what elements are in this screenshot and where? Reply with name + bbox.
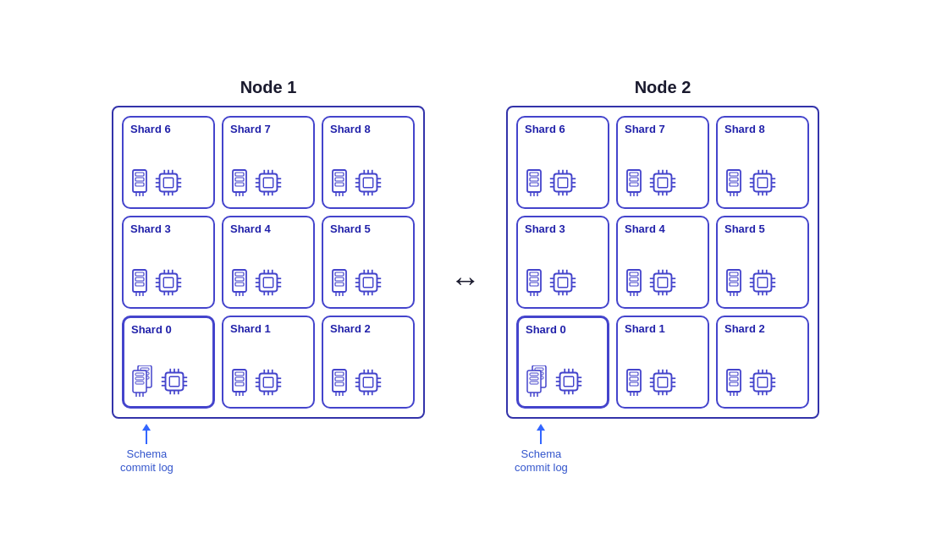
diagram: Node 1 Shard 6 Shard 7 xyxy=(112,78,819,483)
node2-title: Node 2 xyxy=(635,78,691,97)
svg-rect-301 xyxy=(730,283,738,286)
chip-icon-node1-grid-1 xyxy=(252,167,284,202)
node2-container: Node 2 Shard 6 Shard 7 xyxy=(506,78,819,483)
svg-rect-175 xyxy=(335,382,344,386)
svg-rect-306 xyxy=(757,277,767,287)
memory-icon-node1-grid-5 xyxy=(330,268,349,300)
svg-rect-23 xyxy=(235,178,244,181)
svg-rect-152 xyxy=(235,372,244,376)
svg-rect-49 xyxy=(360,173,377,191)
memory-icon-node2-grid-8 xyxy=(724,368,743,400)
memory-icon-node1-grid-1 xyxy=(230,168,249,200)
svg-rect-92 xyxy=(263,277,273,287)
chip-icon-node1-grid-5 xyxy=(352,266,384,302)
memory-icon-node2-grid-6 xyxy=(526,365,549,401)
shard-label-node1-grid-7: Shard 1 xyxy=(230,322,271,335)
shard-label-node1-grid-8: Shard 2 xyxy=(330,322,371,335)
node2-grid: Shard 6 Shard 7 xyxy=(516,116,809,409)
svg-rect-173 xyxy=(335,372,344,376)
svg-rect-279 xyxy=(630,277,638,281)
shard-label-node1-grid-4: Shard 4 xyxy=(230,222,271,235)
node1-annotation-area: Schemacommit log xyxy=(112,424,425,483)
svg-rect-347 xyxy=(630,382,638,386)
svg-rect-86 xyxy=(235,277,244,281)
node1-annotation-text: Schemacommit log xyxy=(120,447,174,476)
memory-icon-node2-grid-4 xyxy=(625,268,643,300)
shard-cell-shard-2-node1-grid: Shard 2 xyxy=(322,316,415,409)
svg-rect-154 xyxy=(235,382,244,386)
shard-icons-node2-grid-0 xyxy=(525,167,579,202)
shard-label-node1-grid-2: Shard 8 xyxy=(330,123,371,135)
svg-rect-366 xyxy=(730,372,738,376)
svg-rect-87 xyxy=(235,283,244,286)
shard-icons-node2-grid-3 xyxy=(525,266,579,302)
svg-rect-71 xyxy=(163,277,173,287)
shard-cell-shard-8-node2-grid: Shard 8 xyxy=(716,116,809,209)
chip-icon-node2-grid-3 xyxy=(547,266,579,302)
chip-icon-node2-grid-8 xyxy=(746,366,779,402)
chip-icon-node2-grid-6 xyxy=(553,365,585,401)
shard-icons-node1-grid-0 xyxy=(130,167,185,202)
svg-rect-300 xyxy=(730,277,738,281)
memory-icon-node1-grid-4 xyxy=(230,268,249,300)
node1-annotation: Schemacommit log xyxy=(120,424,174,476)
shard-cell-shard-6-node1-grid: Shard 6 xyxy=(122,116,215,209)
shard-icons-node2-grid-1 xyxy=(625,167,679,202)
shard-cell-shard-8-node1-grid: Shard 8 xyxy=(322,116,415,209)
svg-rect-196 xyxy=(530,183,538,186)
svg-rect-70 xyxy=(160,273,178,291)
bidirectional-arrow-section: ↔ xyxy=(450,265,481,295)
chip-icon-node1-grid-0 xyxy=(152,167,185,202)
shard-cell-shard-3-node1-grid: Shard 3 xyxy=(122,216,215,309)
shard-label-node2-grid-4: Shard 4 xyxy=(625,222,665,235)
chip-icon-node1-grid-2 xyxy=(352,167,384,202)
svg-rect-305 xyxy=(754,273,772,291)
memory-icon-node1-grid-7 xyxy=(230,368,249,400)
shard-label-node2-grid-8: Shard 2 xyxy=(724,322,765,335)
shard-icons-node2-grid-5 xyxy=(724,266,779,302)
shard-cell-shard-6-node2-grid: Shard 6 xyxy=(516,116,609,209)
svg-rect-217 xyxy=(630,183,638,186)
memory-icon-node1-grid-8 xyxy=(330,368,349,400)
svg-rect-1 xyxy=(135,173,144,176)
shard-label-node1-grid-6: Shard 0 xyxy=(131,323,172,336)
node2-grid-wrapper: Shard 6 Shard 7 xyxy=(506,106,819,419)
svg-rect-180 xyxy=(363,377,372,387)
svg-rect-238 xyxy=(730,183,738,186)
node1-grid: Shard 6 Shard 7 xyxy=(122,116,415,409)
chip-icon-node2-grid-2 xyxy=(746,167,779,202)
shard-icons-node1-grid-5 xyxy=(330,266,384,302)
svg-rect-44 xyxy=(335,178,344,181)
chip-icon-node2-grid-5 xyxy=(746,266,779,302)
node1-title: Node 1 xyxy=(240,78,297,97)
chip-icon-node2-grid-0 xyxy=(547,167,579,202)
shard-cell-shard-5-node2-grid: Shard 5 xyxy=(716,216,809,309)
svg-rect-112 xyxy=(360,273,377,291)
svg-rect-280 xyxy=(630,283,638,286)
chip-icon-node1-grid-6 xyxy=(158,365,190,401)
memory-icon-node1-grid-2 xyxy=(330,168,349,200)
svg-rect-264 xyxy=(558,277,567,287)
svg-rect-113 xyxy=(363,277,372,287)
svg-rect-85 xyxy=(235,272,244,276)
svg-rect-45 xyxy=(335,183,344,186)
shard-label-node1-grid-5: Shard 5 xyxy=(330,222,371,235)
svg-rect-2 xyxy=(135,178,144,181)
memory-icon-node1-grid-0 xyxy=(130,168,149,200)
shard-icons-node1-grid-3 xyxy=(130,266,185,302)
shard-label-node2-grid-7: Shard 1 xyxy=(625,322,665,335)
shard-label-node2-grid-0: Shard 6 xyxy=(525,123,565,135)
shard-icons-node1-grid-6 xyxy=(131,365,190,401)
node2-annotation: Schemacommit log xyxy=(515,424,568,476)
svg-rect-179 xyxy=(360,373,377,391)
svg-rect-216 xyxy=(630,178,638,181)
svg-rect-331 xyxy=(564,376,573,386)
shard-cell-shard-1-node1-grid: Shard 1 xyxy=(222,316,315,409)
node2-annotation-area: Schemacommit log xyxy=(506,424,819,483)
shard-cell-shard-7-node1-grid: Shard 7 xyxy=(222,116,315,209)
svg-rect-243 xyxy=(757,178,767,187)
memory-icon-node1-grid-3 xyxy=(130,268,149,300)
svg-rect-372 xyxy=(754,373,772,391)
shard-label-node1-grid-3: Shard 3 xyxy=(130,222,171,235)
svg-rect-106 xyxy=(335,272,344,276)
